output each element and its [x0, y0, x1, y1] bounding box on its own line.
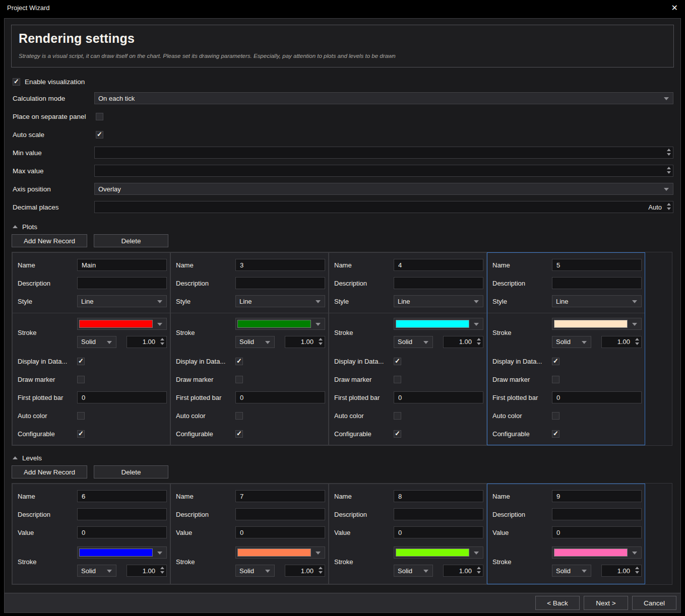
plot-name-input[interactable] — [394, 259, 483, 271]
max-value-spinner[interactable] — [667, 167, 671, 174]
configurable-checkbox[interactable] — [235, 430, 243, 438]
level-value-input[interactable] — [77, 526, 167, 538]
level-description-input[interactable] — [77, 508, 167, 520]
plot-card[interactable]: Name Description Style Line Stroke Solid — [487, 252, 645, 445]
stroke-width-spinner[interactable] — [635, 567, 639, 574]
plot-style-dropdown[interactable]: Line — [394, 295, 483, 307]
stroke-width-spinner[interactable] — [160, 338, 164, 345]
stroke-style-dropdown[interactable]: Solid — [235, 336, 275, 348]
stroke-color-dropdown[interactable] — [235, 318, 325, 330]
stroke-style-dropdown[interactable]: Solid — [77, 336, 116, 348]
stroke-color-dropdown[interactable] — [552, 318, 642, 330]
cancel-button[interactable]: Cancel — [632, 596, 676, 610]
stroke-color-dropdown[interactable] — [552, 546, 642, 559]
decimal-places-input[interactable] — [94, 201, 673, 213]
min-value-spinner[interactable] — [667, 149, 671, 156]
configurable-checkbox[interactable] — [394, 430, 401, 438]
plot-description-input[interactable] — [77, 277, 167, 289]
min-value-input[interactable] — [94, 147, 673, 159]
stroke-style-dropdown[interactable]: Solid — [235, 565, 275, 577]
level-description-input[interactable] — [394, 508, 483, 520]
plot-card[interactable]: Name Description Style Line Stroke Solid — [170, 252, 329, 445]
value-label: Value — [492, 529, 552, 536]
stroke-width-spinner[interactable] — [477, 338, 481, 345]
plot-description-input[interactable] — [235, 277, 325, 289]
draw-marker-checkbox[interactable] — [235, 376, 243, 383]
place-on-separate-panel-checkbox[interactable] — [96, 113, 103, 120]
level-value-input[interactable] — [552, 526, 642, 538]
plot-name-input[interactable] — [235, 259, 325, 271]
first-plotted-bar-input[interactable] — [235, 391, 325, 403]
stroke-width-spinner[interactable] — [635, 338, 639, 345]
close-icon[interactable]: ✕ — [671, 4, 678, 12]
stroke-color-dropdown[interactable] — [235, 546, 325, 559]
level-value-input[interactable] — [394, 526, 483, 538]
plot-name-input[interactable] — [77, 259, 167, 271]
level-name-input[interactable] — [552, 490, 642, 502]
level-card[interactable]: Name Description Value Stroke Solid — [487, 484, 645, 584]
back-button[interactable]: < Back — [535, 596, 580, 610]
draw-marker-checkbox[interactable] — [394, 376, 401, 383]
levels-section-header[interactable]: Levels — [13, 452, 680, 463]
stroke-style-dropdown[interactable]: Solid — [394, 565, 433, 577]
configurable-checkbox[interactable] — [552, 430, 559, 438]
stroke-width-spinner[interactable] — [477, 567, 481, 574]
plot-description-input[interactable] — [394, 277, 483, 289]
plot-style-dropdown[interactable]: Line — [77, 295, 167, 307]
first-plotted-bar-input[interactable] — [77, 391, 167, 403]
stroke-color-dropdown[interactable] — [77, 546, 167, 559]
level-description-input[interactable] — [552, 508, 642, 520]
decimal-places-spinner[interactable] — [667, 203, 671, 210]
level-name-input[interactable] — [77, 490, 167, 502]
display-in-data-checkbox[interactable] — [77, 358, 85, 365]
level-card[interactable]: Name Description Value Stroke Solid — [170, 484, 329, 584]
first-plotted-bar-input[interactable] — [394, 391, 483, 403]
stroke-style-value: Solid — [236, 567, 254, 575]
level-name-input[interactable] — [394, 490, 483, 502]
stroke-width-spinner[interactable] — [319, 338, 323, 345]
stroke-style-dropdown[interactable]: Solid — [552, 565, 591, 577]
levels-add-new-record-button[interactable]: Add New Record — [12, 465, 87, 478]
levels-delete-button[interactable]: Delete — [94, 465, 168, 478]
stroke-style-dropdown[interactable]: Solid — [394, 336, 433, 348]
plot-style-dropdown[interactable]: Line — [235, 295, 325, 307]
axis-position-dropdown[interactable]: Overlay — [94, 183, 673, 195]
enable-visualization-checkbox[interactable] — [13, 78, 20, 86]
auto-color-checkbox[interactable] — [235, 412, 243, 420]
stroke-style-dropdown[interactable]: Solid — [77, 565, 116, 577]
level-value-input[interactable] — [235, 526, 325, 538]
auto-color-checkbox[interactable] — [552, 412, 559, 420]
level-name-input[interactable] — [235, 490, 325, 502]
level-description-input[interactable] — [235, 508, 325, 520]
stroke-style-dropdown[interactable]: Solid — [552, 336, 591, 348]
configurable-checkbox[interactable] — [77, 430, 85, 438]
plot-card[interactable]: Name Description Style Line Stroke Solid — [329, 252, 487, 445]
auto-scale-checkbox[interactable] — [96, 131, 103, 139]
plot-description-input[interactable] — [552, 277, 642, 289]
stroke-color-dropdown[interactable] — [77, 318, 167, 330]
plots-add-new-record-button[interactable]: Add New Record — [12, 234, 87, 247]
stroke-color-dropdown[interactable] — [394, 546, 483, 559]
draw-marker-checkbox[interactable] — [77, 376, 85, 383]
first-plotted-bar-input[interactable] — [552, 391, 642, 403]
next-button[interactable]: Next > — [584, 596, 628, 610]
max-value-input[interactable] — [94, 165, 673, 177]
plot-name-input[interactable] — [552, 259, 642, 271]
draw-marker-checkbox[interactable] — [552, 376, 559, 383]
plots-section-header[interactable]: Plots — [13, 221, 680, 232]
display-in-data-checkbox[interactable] — [394, 358, 401, 365]
plots-delete-button[interactable]: Delete — [94, 234, 168, 247]
calculation-mode-dropdown[interactable]: On each tick — [94, 92, 673, 104]
plot-style-dropdown[interactable]: Line — [552, 295, 642, 307]
level-card[interactable]: Name Description Value Stroke Solid — [329, 484, 487, 584]
plot-card[interactable]: Name Description Style Line Stroke Solid — [12, 252, 170, 445]
display-in-data-checkbox[interactable] — [235, 358, 243, 365]
description-label: Description — [492, 280, 552, 287]
auto-color-checkbox[interactable] — [77, 412, 85, 420]
level-card[interactable]: Name Description Value Stroke Solid — [12, 484, 170, 584]
auto-color-checkbox[interactable] — [394, 412, 401, 420]
stroke-width-spinner[interactable] — [319, 567, 323, 574]
stroke-width-spinner[interactable] — [160, 567, 164, 574]
display-in-data-checkbox[interactable] — [552, 358, 559, 365]
stroke-color-dropdown[interactable] — [394, 318, 483, 330]
